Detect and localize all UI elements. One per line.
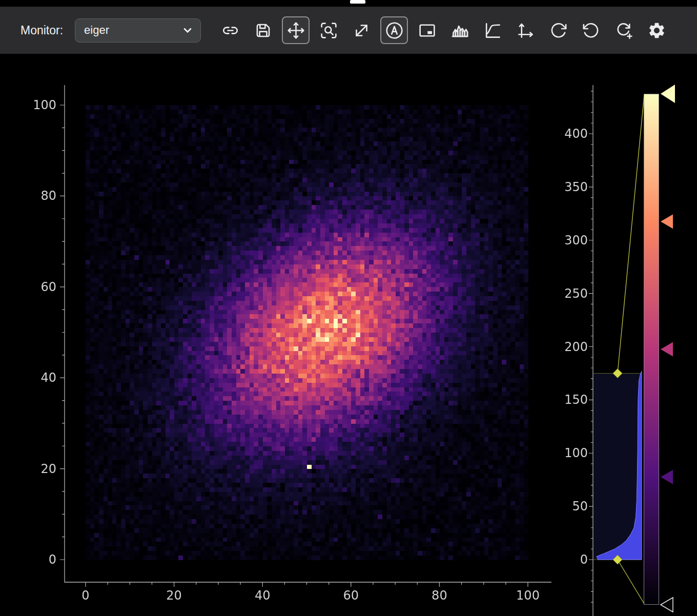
lut-region-edges xyxy=(593,373,642,560)
lut-histogram-curve[interactable] xyxy=(597,371,642,560)
y-tick-label: 20 xyxy=(15,461,56,477)
gradient-tick-2[interactable] xyxy=(661,342,673,357)
link-icon xyxy=(221,21,240,40)
lut-level-region[interactable] xyxy=(593,373,642,560)
expand-button[interactable] xyxy=(347,16,375,44)
picture-in-picture-icon xyxy=(418,21,437,40)
zoom-select-button[interactable] xyxy=(315,16,342,44)
histogram-button[interactable] xyxy=(446,16,474,44)
colorbar-tick-label: 150 xyxy=(547,392,588,408)
pip-button[interactable] xyxy=(413,16,441,44)
autoscale-icon xyxy=(385,21,404,40)
y-tick-label: 0 xyxy=(15,551,56,568)
colorbar-axis-ticks xyxy=(589,91,593,602)
rotate-ccw-icon xyxy=(582,21,601,40)
heatmap-image[interactable] xyxy=(86,105,528,560)
flip-axes-button[interactable] xyxy=(511,16,539,44)
lut-region-handle-high[interactable] xyxy=(613,368,622,378)
link-button[interactable] xyxy=(216,16,244,44)
histogram-icon xyxy=(450,21,469,40)
expand-icon xyxy=(352,21,371,40)
pan-icon xyxy=(286,21,305,40)
x-tick-label: 20 xyxy=(151,587,197,604)
pan-button[interactable] xyxy=(282,16,310,44)
settings-gear-icon xyxy=(647,21,666,40)
colorbar-tick-label: 100 xyxy=(547,445,588,461)
response-curve-icon xyxy=(483,21,502,40)
y-tick-label: 60 xyxy=(15,279,56,295)
colorbar-tick-label: 350 xyxy=(547,179,588,195)
toolbar-buttons xyxy=(216,16,670,44)
save-icon xyxy=(254,21,273,40)
y-tick-label: 100 xyxy=(15,97,56,113)
gradient-tick-4[interactable] xyxy=(661,85,675,103)
x-tick-label: 100 xyxy=(505,587,551,604)
monitor-select[interactable]: eiger xyxy=(75,18,201,43)
toolbar: Monitor: eiger xyxy=(0,7,697,54)
gradient-tick-3[interactable] xyxy=(661,214,673,229)
x-tick-label: 0 xyxy=(63,587,109,604)
y-tick-label: 80 xyxy=(15,188,56,204)
rotate-cw-button[interactable] xyxy=(544,16,572,44)
y-tick-label: 40 xyxy=(15,369,56,386)
chevron-down-icon xyxy=(181,24,194,37)
gradient-tick-0[interactable] xyxy=(661,598,673,612)
window-handle xyxy=(350,0,365,4)
gradient-tick-1[interactable] xyxy=(661,470,673,484)
colorbar-tick-label: 200 xyxy=(547,339,588,355)
lut-region-handle-low[interactable] xyxy=(613,555,622,564)
rotate-ccw-button[interactable] xyxy=(577,16,605,44)
flip-axes-icon xyxy=(516,21,535,40)
x-tick-label: 60 xyxy=(328,587,374,604)
gradient-bar[interactable] xyxy=(644,94,659,605)
monitor-select-value: eiger xyxy=(84,24,109,37)
colorbar-tick-label: 250 xyxy=(547,285,588,302)
colorbar-tick-label: 0 xyxy=(547,551,588,568)
rotate-cw-icon xyxy=(549,21,568,40)
monitor-label: Monitor: xyxy=(20,24,63,37)
settings-button[interactable] xyxy=(643,16,670,44)
x-tick-label: 80 xyxy=(416,587,462,604)
x-tick-label: 40 xyxy=(239,587,285,604)
rotate-add-button[interactable] xyxy=(610,16,638,44)
lut-region-connectors xyxy=(618,95,644,604)
colorbar-tick-label: 50 xyxy=(547,498,588,515)
save-button[interactable] xyxy=(249,16,277,44)
rotate-add-icon xyxy=(614,21,633,40)
colorbar-tick-label: 400 xyxy=(547,126,588,142)
curve-button[interactable] xyxy=(479,16,506,44)
application-window: Monitor: eiger xyxy=(0,0,697,616)
colorbar-tick-label: 300 xyxy=(547,232,588,249)
zoom-select-icon xyxy=(319,21,338,40)
autoscale-button[interactable] xyxy=(380,16,408,44)
